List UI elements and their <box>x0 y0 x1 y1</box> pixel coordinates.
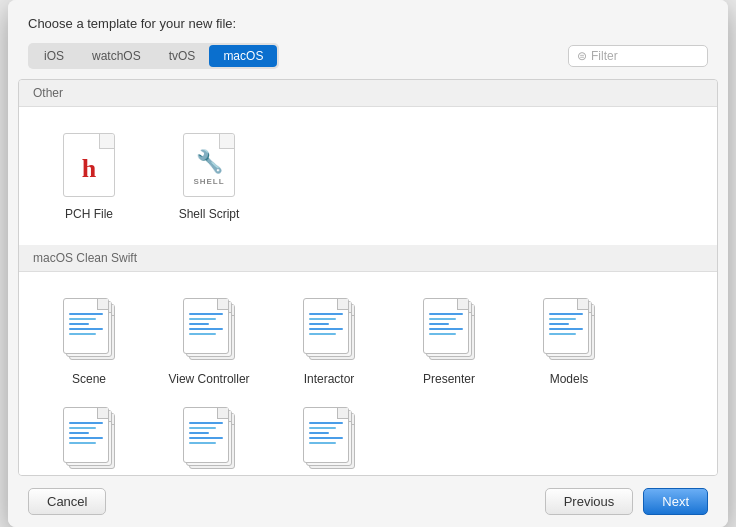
dialog-footer: Cancel Previous Next <box>8 476 728 527</box>
shell-script-icon: 🔧 SHELL <box>179 129 239 201</box>
next-button[interactable]: Next <box>643 488 708 515</box>
list-item[interactable]: Scene <box>29 286 149 396</box>
tab-macos[interactable]: macOS <box>209 45 277 67</box>
previous-button[interactable]: Previous <box>545 488 634 515</box>
section-macos-clean-swift-grid: Scene <box>19 272 717 476</box>
router-icon <box>179 403 239 475</box>
tabs-filter-row: iOS watchOS tvOS macOS ⊜ Filter <box>28 43 708 69</box>
tab-bar: iOS watchOS tvOS macOS <box>28 43 279 69</box>
tab-tvos[interactable]: tvOS <box>155 45 210 67</box>
item-label: Models <box>550 372 589 388</box>
list-item[interactable]: View Controller <box>149 286 269 396</box>
list-item[interactable]: Models <box>509 286 629 396</box>
filter-box[interactable]: ⊜ Filter <box>568 45 708 67</box>
tab-watchos[interactable]: watchOS <box>78 45 155 67</box>
dialog-header: Choose a template for your new file: iOS… <box>8 0 728 79</box>
section-macos-clean-swift-header: macOS Clean Swift <box>19 245 717 272</box>
dialog-title: Choose a template for your new file: <box>28 16 708 31</box>
list-item[interactable]: Presenter <box>389 286 509 396</box>
list-item[interactable]: h PCH File <box>29 121 149 231</box>
filter-label: Filter <box>591 49 618 63</box>
cancel-button[interactable]: Cancel <box>28 488 106 515</box>
item-label: PCH File <box>65 207 113 223</box>
dialog-body: Other h PCH File 🔧 SHELL Sh <box>18 79 718 476</box>
tab-ios[interactable]: iOS <box>30 45 78 67</box>
view-controller-icon <box>179 294 239 366</box>
section-other-grid: h PCH File 🔧 SHELL Shell Script <box>19 107 717 245</box>
presenter-icon <box>419 294 479 366</box>
template-dialog: Choose a template for your new file: iOS… <box>8 0 728 527</box>
item-label: Scene <box>72 372 106 388</box>
item-label: View Controller <box>168 372 249 388</box>
item-label: Presenter <box>423 372 475 388</box>
item-label: Shell Script <box>179 207 240 223</box>
list-item[interactable]: 🔧 SHELL Shell Script <box>149 121 269 231</box>
list-item[interactable]: Unit Tests <box>269 395 389 476</box>
scene-icon <box>59 294 119 366</box>
list-item[interactable]: Worker <box>29 395 149 476</box>
unit-tests-icon <box>299 403 359 475</box>
item-label: Interactor <box>304 372 355 388</box>
list-item[interactable]: Router <box>149 395 269 476</box>
nav-buttons: Previous Next <box>545 488 708 515</box>
models-icon <box>539 294 599 366</box>
interactor-icon <box>299 294 359 366</box>
pch-file-icon: h <box>59 129 119 201</box>
section-other-header: Other <box>19 80 717 107</box>
filter-icon: ⊜ <box>577 49 587 63</box>
worker-icon <box>59 403 119 475</box>
list-item[interactable]: Interactor <box>269 286 389 396</box>
